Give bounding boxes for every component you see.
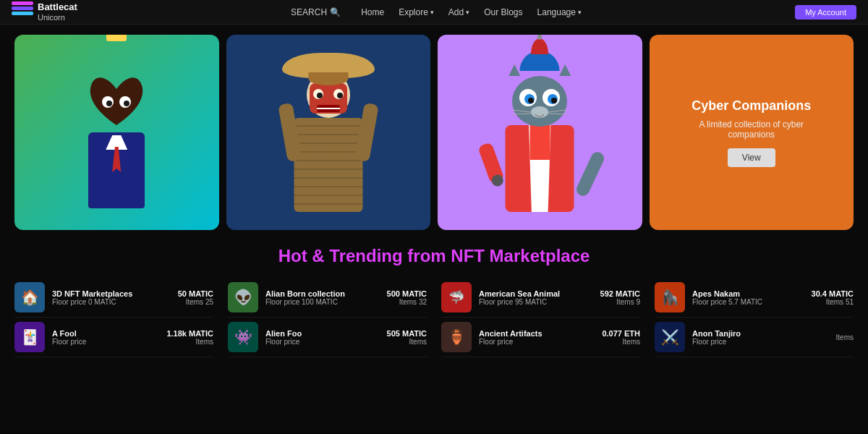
cat-character (493, 46, 587, 219)
trending-price-alien-foo: 505 MATIC (387, 329, 427, 338)
trending-info-a-fool: A Fool Floor price (52, 329, 159, 346)
suit-body (88, 132, 145, 208)
trending-name-a-fool: A Fool (52, 329, 159, 338)
trending-price-alian-born: 500 MATIC (387, 289, 427, 298)
trending-price-col-american-sea: 592 MATIC Items 9 (600, 289, 640, 306)
trending-item-3d-nft[interactable]: 🏠 3D NFT Marketplaces Floor price 0 MATI… (14, 278, 213, 318)
hero-section: Cyber Companions A limited collection of… (0, 25, 868, 237)
trending-floor-ancient: Floor price (479, 338, 595, 346)
my-account-button[interactable]: My Account (795, 5, 856, 20)
trending-items-alian-born: Items 32 (387, 298, 427, 306)
hero-card-1[interactable] (14, 35, 219, 230)
trending-info-3d-nft: 3D NFT Marketplaces Floor price 0 MATIC (52, 289, 171, 306)
trending-items-3d-nft: Items 25 (178, 298, 213, 306)
trending-floor-anon-tanjiro: Floor price (692, 338, 829, 346)
svg-point-9 (337, 93, 343, 98)
trending-floor-alien-foo: Floor price (265, 338, 380, 346)
heart-character (69, 46, 163, 219)
trending-thumb-alian-born: 👽 (228, 282, 258, 312)
svg-point-2 (106, 101, 112, 106)
nav-links: Home Explore ▾ Add ▾ Our Blogs Language … (361, 7, 582, 17)
trending-price-ancient: 0.077 ETH (602, 329, 640, 338)
trending-items-alien-foo: Items (387, 338, 427, 346)
hero-card-cyber-companions[interactable]: Cyber Companions A limited collection of… (650, 35, 854, 230)
trending-items-american-sea: Items 9 (600, 298, 640, 306)
trending-section: Hot & Trending from NFT Marketplace 🏠 3D… (0, 237, 868, 357)
brand-sub: Unicorn (38, 13, 77, 22)
trending-price-american-sea: 592 MATIC (600, 289, 640, 298)
trending-grid: 🏠 3D NFT Marketplaces Floor price 0 MATI… (14, 278, 854, 357)
trending-name-alian-born: Alian Born collection (265, 289, 380, 298)
nav-blogs[interactable]: Our Blogs (484, 7, 522, 17)
brand-name: Battlecat (38, 2, 77, 12)
nav-language[interactable]: Language ▾ (537, 7, 582, 17)
trending-price-col-alian-born: 500 MATIC Items 32 (387, 289, 427, 306)
trending-thumb-3d-nft: 🏠 (14, 282, 45, 312)
search-area[interactable]: SEARCH 🔍 (291, 7, 341, 17)
trending-price-col-3d-nft: 50 MATIC Items 25 (178, 289, 213, 306)
cyber-companions-view-button[interactable]: View (728, 148, 775, 167)
trending-title: Hot & Trending from NFT Marketplace (14, 246, 854, 266)
svg-point-3 (124, 101, 129, 106)
trending-item-alian-born[interactable]: 👽 Alian Born collection Floor price 100 … (228, 278, 427, 318)
trending-name-3d-nft: 3D NFT Marketplaces (52, 289, 171, 298)
trending-items-a-fool: Items (166, 338, 213, 346)
trending-item-anon-tanjiro[interactable]: ⚔️ Anon Tanjiro Floor price Items (655, 318, 854, 357)
cat-arm-left (477, 142, 505, 184)
nav-explore[interactable]: Explore ▾ (399, 7, 434, 17)
samurai-hat (282, 53, 375, 78)
trending-name-alien-foo: Alien Foo (265, 329, 380, 338)
navbar: Battlecat Unicorn SEARCH 🔍 Home Explore … (0, 0, 868, 25)
trending-thumb-american-sea: 🦈 (441, 282, 472, 312)
hero-card-2[interactable] (226, 35, 431, 230)
trending-info-alian-born: Alian Born collection Floor price 100 MA… (265, 289, 380, 306)
trending-name-apes-nakam: Apes Nakam (692, 289, 804, 298)
cat-head (511, 72, 569, 127)
trending-thumb-apes-nakam: 🦍 (655, 282, 685, 312)
trending-price-3d-nft: 50 MATIC (178, 289, 213, 298)
trending-floor-american-sea: Floor price 95 MATIC (479, 298, 593, 306)
nav-right: My Account (795, 5, 856, 20)
svg-point-8 (317, 93, 323, 98)
heart-head-shape (88, 75, 145, 132)
svg-point-19 (531, 106, 548, 118)
trending-items-apes-nakam: Items 51 (812, 298, 854, 306)
trending-info-american-sea: American Sea Animal Floor price 95 MATIC (479, 289, 593, 306)
trending-item-american-sea[interactable]: 🦈 American Sea Animal Floor price 95 MAT… (441, 278, 640, 318)
language-chevron-icon: ▾ (578, 9, 582, 16)
hero-card-3[interactable] (438, 35, 642, 230)
logo-icon (12, 1, 33, 23)
trending-items-anon-tanjiro: Items (836, 333, 854, 341)
svg-point-18 (551, 98, 557, 103)
trending-info-apes-nakam: Apes Nakam Floor price 5.7 MATIC (692, 289, 804, 306)
cyber-companions-title: Cyber Companions (692, 98, 811, 114)
trending-price-col-a-fool: 1.18k MATIC Items (166, 329, 213, 346)
trending-item-a-fool[interactable]: 🃏 A Fool Floor price 1.18k MATIC Items (14, 318, 213, 357)
trending-item-apes-nakam[interactable]: 🦍 Apes Nakam Floor price 5.7 MATIC 30.4 … (655, 278, 854, 318)
nav-home[interactable]: Home (361, 7, 384, 17)
trending-floor-apes-nakam: Floor price 5.7 MATIC (692, 298, 804, 306)
trending-name-anon-tanjiro: Anon Tanjiro (692, 329, 829, 338)
trending-floor-alian-born: Floor price 100 MATIC (265, 298, 380, 306)
nav-center: SEARCH 🔍 Home Explore ▾ Add ▾ Our Blogs … (291, 7, 582, 17)
cyber-companions-desc: A limited collection of cyber companions (694, 119, 809, 140)
trending-thumb-ancient: 🏺 (441, 322, 472, 352)
samurai-body (294, 118, 362, 212)
cat-kimono-body (506, 125, 574, 212)
trending-price-apes-nakam: 30.4 MATIC (812, 289, 854, 298)
logo-area[interactable]: Battlecat Unicorn (12, 1, 77, 23)
nav-add[interactable]: Add ▾ (448, 7, 469, 17)
svg-point-17 (528, 98, 534, 103)
trending-price-col-apes-nakam: 30.4 MATIC Items 51 (812, 289, 854, 306)
trending-item-alien-foo[interactable]: 👾 Alien Foo Floor price 505 MATIC Items (228, 318, 427, 357)
trending-info-anon-tanjiro: Anon Tanjiro Floor price (692, 329, 829, 346)
cat-tail (574, 150, 606, 198)
trending-items-ancient: Items (602, 338, 640, 346)
search-icon: 🔍 (330, 7, 341, 17)
trending-price-a-fool: 1.18k MATIC (166, 329, 213, 338)
trending-item-ancient[interactable]: 🏺 Ancient Artifacts Floor price 0.077 ET… (441, 318, 640, 357)
trending-price-col-ancient: 0.077 ETH Items (602, 329, 640, 346)
trending-name-american-sea: American Sea Animal (479, 289, 593, 298)
trending-name-ancient: Ancient Artifacts (479, 329, 595, 338)
trending-thumb-alien-foo: 👾 (228, 322, 258, 352)
